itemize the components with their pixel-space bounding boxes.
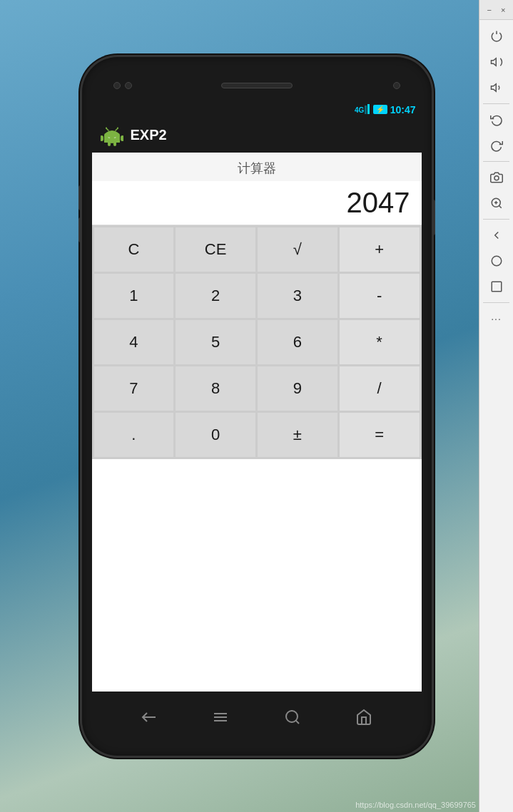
watermark: https://blog.csdn.net/qq_39699765 — [355, 801, 476, 809]
orientation-icon[interactable] — [484, 133, 509, 158]
calc-btn-C[interactable]: C — [94, 227, 174, 272]
calc-display: 2047 — [92, 181, 422, 225]
power-button[interactable] — [432, 200, 435, 235]
svg-rect-8 — [492, 282, 502, 292]
svg-line-18 — [116, 128, 118, 130]
svg-point-2 — [494, 176, 499, 180]
camera-icon[interactable] — [484, 165, 509, 190]
square-nav-icon[interactable] — [484, 274, 509, 299]
volume-down-button[interactable] — [78, 217, 82, 242]
power-icon[interactable] — [484, 24, 509, 48]
volume-up-icon[interactable] — [484, 50, 509, 74]
svg-rect-23 — [108, 141, 111, 146]
front-camera — [113, 82, 121, 89]
svg-line-16 — [106, 128, 108, 130]
svg-text:4G: 4G — [355, 106, 365, 114]
svg-marker-1 — [491, 84, 496, 92]
home-button[interactable] — [350, 703, 378, 731]
volume-down-icon[interactable] — [484, 76, 509, 100]
clock: 10:47 — [390, 104, 416, 115]
calc-btn-_[interactable]: + — [340, 227, 420, 272]
calc-btn-9[interactable]: 9 — [258, 366, 337, 411]
calc-subtitle: 计算器 — [92, 153, 422, 181]
camera-dot — [393, 82, 400, 89]
calc-btn-1[interactable]: 1 — [94, 274, 174, 318]
top-bezel — [92, 70, 422, 101]
calculator-content: 计算器 2047 CCE√+123-456*789/.0±= — [92, 153, 422, 692]
svg-point-7 — [492, 256, 502, 266]
phone-screen: 4G ⚡ 10:47 — [92, 101, 422, 692]
calc-btn-2[interactable]: 2 — [176, 274, 255, 318]
phone-frame: 4G ⚡ 10:47 — [82, 57, 432, 756]
calc-buttons-grid: CCE√+123-456*789/.0±= — [92, 225, 422, 459]
calc-btn-4[interactable]: 4 — [94, 320, 174, 364]
sensor — [125, 82, 132, 89]
app-bar: EXP2 — [92, 118, 422, 153]
divider-1 — [483, 103, 510, 104]
svg-rect-11 — [367, 104, 370, 114]
bottom-bezel — [92, 692, 422, 743]
toolbar-body: ··· — [479, 20, 513, 812]
svg-rect-22 — [121, 135, 123, 141]
svg-marker-0 — [491, 58, 496, 66]
calc-btn-_[interactable]: √ — [258, 227, 337, 272]
calc-btn-_[interactable]: - — [340, 274, 420, 318]
svg-line-29 — [295, 720, 298, 723]
back-button[interactable] — [135, 703, 163, 731]
divider-3 — [483, 219, 510, 220]
front-sensors — [113, 82, 132, 89]
divider-2 — [483, 161, 510, 162]
calc-btn-5[interactable]: 5 — [176, 320, 255, 364]
calc-btn-CE[interactable]: CE — [176, 227, 255, 272]
minimize-button[interactable]: − — [487, 6, 492, 14]
svg-rect-21 — [101, 135, 103, 141]
front-camera-right — [393, 82, 400, 89]
rotate-icon[interactable] — [484, 108, 509, 132]
svg-point-28 — [286, 711, 298, 722]
calc-btn-8[interactable]: 8 — [176, 366, 255, 411]
calc-btn-_[interactable]: / — [340, 366, 420, 411]
search-button[interactable] — [278, 703, 307, 731]
right-toolbar-panel: − × — [479, 0, 513, 812]
svg-point-20 — [104, 132, 120, 138]
calc-btn-_[interactable]: = — [340, 413, 420, 457]
menu-button[interactable] — [206, 703, 235, 731]
calc-btn-_[interactable]: * — [340, 320, 420, 364]
battery-indicator: ⚡ — [373, 105, 387, 114]
svg-point-19 — [117, 127, 118, 128]
calc-btn-_[interactable]: ± — [258, 413, 337, 457]
divider-4 — [483, 302, 510, 303]
circle-nav-icon[interactable] — [484, 249, 509, 273]
app-title: EXP2 — [131, 127, 167, 143]
calc-btn-6[interactable]: 6 — [258, 320, 337, 364]
svg-rect-10 — [365, 106, 367, 114]
zoom-icon[interactable] — [484, 191, 509, 215]
more-icon[interactable]: ··· — [484, 307, 509, 331]
signal-indicator: 4G — [355, 104, 370, 115]
toolbar-top: − × — [479, 0, 513, 20]
svg-rect-24 — [113, 141, 116, 146]
back-nav-icon[interactable] — [484, 223, 509, 247]
svg-point-17 — [106, 127, 107, 128]
calc-btn-0[interactable]: 0 — [176, 413, 255, 457]
close-button[interactable]: × — [501, 6, 505, 14]
status-bar: 4G ⚡ 10:47 — [92, 101, 422, 118]
calc-btn-3[interactable]: 3 — [258, 274, 337, 318]
android-logo — [101, 124, 123, 147]
svg-line-4 — [499, 205, 501, 207]
calc-btn-_[interactable]: . — [94, 413, 174, 457]
earpiece — [221, 83, 293, 88]
calc-btn-7[interactable]: 7 — [94, 366, 174, 411]
volume-up-button[interactable] — [78, 185, 82, 210]
